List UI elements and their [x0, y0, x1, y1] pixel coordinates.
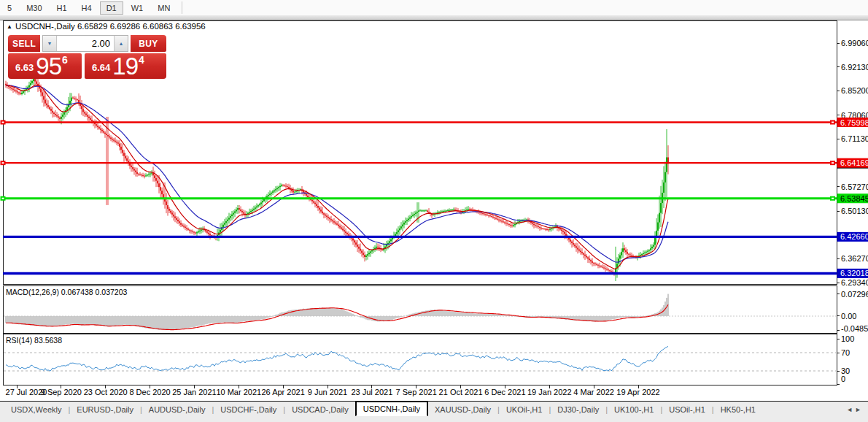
buy-price-sup: 4 [139, 54, 144, 66]
date-axis-label: 10 Mar 2021 [216, 388, 261, 396]
price-axis-label: 6.57270 [841, 183, 868, 191]
macd-axis-label: 0.072963 [841, 290, 868, 299]
timeframe-toolbar: 5M30H1H4D1W1MN [0, 0, 868, 15]
macd-histogram [5, 294, 669, 331]
chart-tab-usdcnh[interactable]: USDCNH-,Daily [355, 401, 428, 416]
level-line-handle-center [832, 198, 834, 199]
chart-tab-xauusd[interactable]: XAUUSD-,Daily [428, 403, 497, 417]
toolbar-separator [182, 1, 182, 14]
chart-tab-ukoil[interactable]: UKOil-,H1 [500, 403, 549, 417]
collapse-arrow-icon: ▲ [7, 23, 12, 30]
price-axis-label: 6.71130 [841, 134, 868, 143]
level-price-badge-label: 6.64169 [840, 158, 868, 167]
tab-scroll-left-icon[interactable]: ◄ [846, 406, 855, 413]
chart-tab-usdcad[interactable]: USDCAD-,Daily [285, 403, 355, 417]
chart-symbol: USDCNH-,Daily [15, 22, 75, 31]
sell-price-big: 95 [36, 55, 61, 77]
macd-axis-label: -0.04857 [841, 324, 868, 333]
date-axis-label: 8 Dec 2020 [129, 388, 170, 396]
timeframe-button-mn[interactable]: MN [151, 1, 177, 15]
timeframe-button-h1[interactable]: H1 [50, 1, 74, 15]
sell-price-panel[interactable]: 6.63956 [8, 53, 82, 79]
sell-price-prefix: 6.63 [15, 62, 34, 73]
triangle-down-icon: ▼ [47, 41, 53, 46]
level-line-handle-center [2, 162, 4, 164]
macd-indicator-label: MACD(12,26,9) 0.067438 0.037203 [6, 288, 127, 296]
timeframe-button-d1[interactable]: D1 [100, 1, 123, 15]
date-axis-label: 23 Jul 2021 [351, 388, 392, 396]
level-line-handle-center [2, 122, 4, 123]
level-line-handle-center [832, 122, 834, 123]
chart-title: ▲USDCNH-,Daily 6.65829 6.69286 6.60863 6… [7, 22, 206, 31]
date-axis-label: 26 Apr 2021 [261, 388, 304, 396]
rsi-line [6, 346, 668, 371]
date-axis-label: 9 Sep 2020 [41, 388, 82, 396]
buy-price-big: 19 [112, 55, 138, 77]
candles [5, 75, 669, 281]
tab-scroll-right-icon[interactable]: ► [855, 406, 864, 413]
date-axis-label: 21 Oct 2021 [439, 388, 483, 396]
price-axis-label: 6.36270 [841, 254, 868, 263]
price-axis-label: 6.29340 [841, 278, 868, 287]
chart-tab-usdx[interactable]: USDX,Weekly [4, 403, 68, 417]
chart-ohlc-values: 6.65829 6.69286 6.60863 6.63956 [77, 22, 206, 31]
date-axis-label: 9 Jun 2021 [308, 388, 347, 396]
date-axis: 27 Jul 20209 Sep 202023 Oct 20208 Dec 20… [6, 385, 660, 397]
date-axis-label: 25 Jan 2021 [172, 388, 217, 396]
chart-tab-hk50[interactable]: HK50-,H1 [714, 403, 762, 417]
volume-input[interactable] [57, 36, 114, 51]
macd-axis-label: 0.00 [841, 312, 856, 321]
chart-tab-dj30[interactable]: DJ30-,Daily [551, 403, 605, 417]
buy-price-panel[interactable]: 6.64194 [85, 53, 166, 79]
chart-tab-eurusd[interactable]: EURUSD-,Daily [70, 403, 140, 417]
rsi-axis-label: 0 [841, 375, 845, 383]
level-price-badge-label: 6.53845 [840, 194, 868, 203]
price-axis-label: 6.92130 [841, 63, 868, 72]
date-axis-label: 19 Apr 2022 [616, 388, 659, 396]
price-axis-label: 6.50130 [841, 207, 868, 215]
level-price-badge-label: 6.42660 [840, 232, 868, 241]
window-divider [0, 15, 868, 20]
buy-button[interactable]: BUY [131, 35, 166, 52]
level-price-badge-label: 6.75998 [840, 118, 868, 127]
price-axis-label: 6.85200 [841, 86, 868, 95]
timeframe-button-m30[interactable]: M30 [20, 1, 48, 15]
date-axis-label: 19 Jan 2022 [527, 388, 572, 396]
buy-price-prefix: 6.64 [92, 62, 110, 73]
date-axis-label: 6 Dec 2021 [484, 388, 525, 396]
level-price-badge-label: 6.32018 [840, 269, 868, 277]
volume-stepper: ▼ ▲ [42, 35, 128, 52]
date-axis-label: 4 Mar 2022 [573, 388, 614, 396]
date-axis-label: 23 Oct 2020 [84, 388, 128, 396]
chart-tab-uk100[interactable]: UK100-,H1 [608, 403, 660, 417]
level-line-handle-center [2, 198, 4, 199]
rsi-indicator-label: RSI(14) 83.5638 [6, 336, 62, 345]
sell-button[interactable]: SELL [8, 35, 40, 52]
timeframe-button-5[interactable]: 5 [1, 1, 18, 15]
price-axis-label: 6.99060 [841, 39, 868, 47]
volume-decrease-button[interactable]: ▼ [43, 36, 57, 51]
price-axis: 6.990606.921306.852006.780606.711306.572… [837, 39, 868, 385]
chart-tab-audusd[interactable]: AUDUSD-,Daily [142, 403, 212, 417]
triangle-up-icon: ▲ [119, 41, 124, 46]
date-axis-label: 7 Sep 2021 [396, 388, 437, 396]
volume-increase-button[interactable]: ▲ [114, 36, 128, 51]
chart-tab-usdchf[interactable]: USDCHF-,Daily [214, 403, 283, 417]
chart-tab-bar: USDX,Weekly|EURUSD-,Daily|AUDUSD-,Daily|… [0, 401, 868, 422]
chart-tab-usoil[interactable]: USOil-,H1 [662, 403, 712, 417]
timeframe-button-h4[interactable]: H4 [75, 1, 98, 15]
chart-window: 6.990606.921306.852006.780606.711306.572… [0, 20, 868, 401]
tab-scroll-arrows: ◄► [846, 403, 868, 417]
level-line-handle-center [832, 162, 834, 164]
timeframe-button-w1[interactable]: W1 [125, 1, 150, 15]
sell-price-sup: 6 [62, 54, 68, 66]
one-click-trading-panel: SELL ▼ ▲ BUY 6.63956 6.64194 [8, 35, 166, 79]
rsi-axis-label: 70 [841, 348, 850, 357]
rsi-axis-label: 100 [841, 334, 854, 343]
